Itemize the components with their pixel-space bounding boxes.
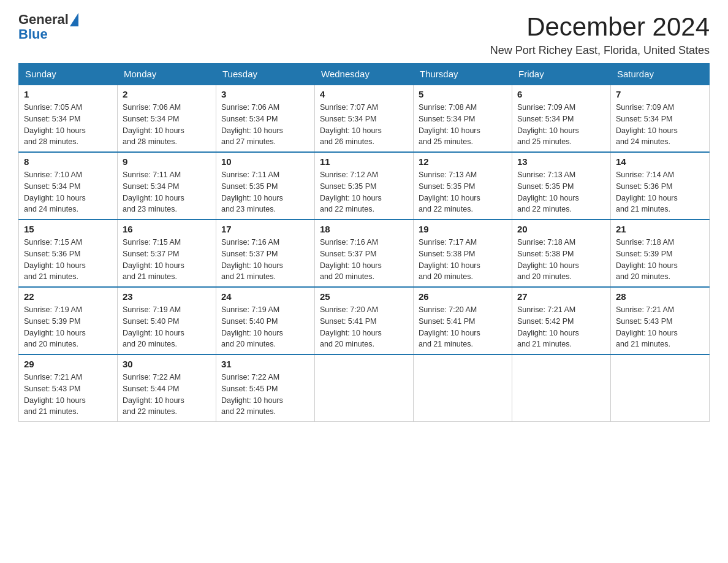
day-info: Sunrise: 7:19 AMSunset: 5:40 PMDaylight:…	[123, 304, 211, 350]
day-number: 13	[517, 156, 605, 167]
empty-cell	[611, 354, 710, 422]
month-year-title: December 2024	[490, 12, 710, 42]
day-info: Sunrise: 7:18 AMSunset: 5:39 PMDaylight:…	[616, 237, 704, 283]
day-number: 25	[320, 291, 408, 302]
day-number: 15	[24, 224, 112, 234]
day-info: Sunrise: 7:10 AMSunset: 5:34 PMDaylight:…	[24, 169, 112, 215]
day-info: Sunrise: 7:16 AMSunset: 5:37 PMDaylight:…	[221, 237, 309, 283]
day-number: 5	[419, 89, 507, 99]
day-cell-29: 29 Sunrise: 7:21 AMSunset: 5:43 PMDaylig…	[19, 354, 118, 422]
day-info: Sunrise: 7:11 AMSunset: 5:35 PMDaylight:…	[221, 169, 309, 215]
day-number: 3	[221, 89, 309, 99]
day-number: 29	[24, 359, 112, 369]
day-info: Sunrise: 7:22 AMSunset: 5:44 PMDaylight:…	[123, 372, 211, 418]
day-info: Sunrise: 7:12 AMSunset: 5:35 PMDaylight:…	[320, 169, 408, 215]
calendar-table: Sunday Monday Tuesday Wednesday Thursday…	[18, 63, 710, 422]
day-number: 26	[419, 291, 507, 302]
day-number: 19	[419, 224, 507, 234]
day-number: 10	[221, 156, 309, 167]
day-cell-7: 7 Sunrise: 7:09 AMSunset: 5:34 PMDayligh…	[611, 85, 710, 152]
day-info: Sunrise: 7:05 AMSunset: 5:34 PMDaylight:…	[24, 102, 112, 148]
day-cell-23: 23 Sunrise: 7:19 AMSunset: 5:40 PMDaylig…	[118, 287, 216, 354]
day-cell-4: 4 Sunrise: 7:07 AMSunset: 5:34 PMDayligh…	[315, 85, 414, 152]
logo-blue: Blue	[18, 26, 48, 42]
day-info: Sunrise: 7:21 AMSunset: 5:43 PMDaylight:…	[24, 372, 112, 418]
location-subtitle: New Port Richey East, Florida, United St…	[490, 44, 710, 57]
day-cell-13: 13 Sunrise: 7:13 AMSunset: 5:35 PMDaylig…	[512, 152, 611, 220]
day-number: 2	[123, 89, 211, 99]
day-number: 11	[320, 156, 408, 167]
day-number: 30	[123, 359, 211, 369]
day-cell-11: 11 Sunrise: 7:12 AMSunset: 5:35 PMDaylig…	[315, 152, 414, 220]
day-cell-16: 16 Sunrise: 7:15 AMSunset: 5:37 PMDaylig…	[118, 220, 216, 287]
day-info: Sunrise: 7:20 AMSunset: 5:41 PMDaylight:…	[320, 304, 408, 350]
day-info: Sunrise: 7:06 AMSunset: 5:34 PMDaylight:…	[123, 102, 211, 148]
week-row-5: 29 Sunrise: 7:21 AMSunset: 5:43 PMDaylig…	[19, 354, 710, 422]
day-number: 8	[24, 156, 112, 167]
day-info: Sunrise: 7:19 AMSunset: 5:39 PMDaylight:…	[24, 304, 112, 350]
day-info: Sunrise: 7:21 AMSunset: 5:43 PMDaylight:…	[616, 304, 704, 350]
day-cell-12: 12 Sunrise: 7:13 AMSunset: 5:35 PMDaylig…	[414, 152, 512, 220]
logo-general: General	[18, 12, 69, 27]
day-number: 14	[616, 156, 704, 167]
day-info: Sunrise: 7:07 AMSunset: 5:34 PMDaylight:…	[320, 102, 408, 148]
day-info: Sunrise: 7:09 AMSunset: 5:34 PMDaylight:…	[616, 102, 704, 148]
day-info: Sunrise: 7:13 AMSunset: 5:35 PMDaylight:…	[517, 169, 605, 215]
day-cell-6: 6 Sunrise: 7:09 AMSunset: 5:34 PMDayligh…	[512, 85, 611, 152]
day-number: 20	[517, 224, 605, 234]
header-friday: Friday	[512, 64, 611, 85]
day-cell-18: 18 Sunrise: 7:16 AMSunset: 5:37 PMDaylig…	[315, 220, 414, 287]
day-number: 7	[616, 89, 704, 99]
day-cell-3: 3 Sunrise: 7:06 AMSunset: 5:34 PMDayligh…	[216, 85, 315, 152]
day-number: 21	[616, 224, 704, 234]
day-cell-22: 22 Sunrise: 7:19 AMSunset: 5:39 PMDaylig…	[19, 287, 118, 354]
header-thursday: Thursday	[414, 64, 512, 85]
day-info: Sunrise: 7:14 AMSunset: 5:36 PMDaylight:…	[616, 169, 704, 215]
day-number: 4	[320, 89, 408, 99]
day-cell-20: 20 Sunrise: 7:18 AMSunset: 5:38 PMDaylig…	[512, 220, 611, 287]
day-info: Sunrise: 7:15 AMSunset: 5:36 PMDaylight:…	[24, 237, 112, 283]
day-number: 17	[221, 224, 309, 234]
title-area: December 2024 New Port Richey East, Flor…	[490, 12, 710, 57]
day-number: 28	[616, 291, 704, 302]
day-number: 1	[24, 89, 112, 99]
day-info: Sunrise: 7:08 AMSunset: 5:34 PMDaylight:…	[419, 102, 507, 148]
calendar-header-row: Sunday Monday Tuesday Wednesday Thursday…	[19, 64, 710, 85]
week-row-2: 8 Sunrise: 7:10 AMSunset: 5:34 PMDayligh…	[19, 152, 710, 220]
day-number: 18	[320, 224, 408, 234]
day-cell-26: 26 Sunrise: 7:20 AMSunset: 5:41 PMDaylig…	[414, 287, 512, 354]
day-info: Sunrise: 7:15 AMSunset: 5:37 PMDaylight:…	[123, 237, 211, 283]
day-number: 23	[123, 291, 211, 302]
week-row-4: 22 Sunrise: 7:19 AMSunset: 5:39 PMDaylig…	[19, 287, 710, 354]
day-number: 27	[517, 291, 605, 302]
day-number: 6	[517, 89, 605, 99]
day-cell-9: 9 Sunrise: 7:11 AMSunset: 5:34 PMDayligh…	[118, 152, 216, 220]
day-number: 9	[123, 156, 211, 167]
day-cell-14: 14 Sunrise: 7:14 AMSunset: 5:36 PMDaylig…	[611, 152, 710, 220]
day-cell-28: 28 Sunrise: 7:21 AMSunset: 5:43 PMDaylig…	[611, 287, 710, 354]
week-row-1: 1 Sunrise: 7:05 AMSunset: 5:34 PMDayligh…	[19, 85, 710, 152]
day-number: 16	[123, 224, 211, 234]
day-info: Sunrise: 7:22 AMSunset: 5:45 PMDaylight:…	[221, 372, 309, 418]
day-info: Sunrise: 7:06 AMSunset: 5:34 PMDaylight:…	[221, 102, 309, 148]
day-info: Sunrise: 7:11 AMSunset: 5:34 PMDaylight:…	[123, 169, 211, 215]
day-info: Sunrise: 7:20 AMSunset: 5:41 PMDaylight:…	[419, 304, 507, 350]
day-cell-25: 25 Sunrise: 7:20 AMSunset: 5:41 PMDaylig…	[315, 287, 414, 354]
day-cell-19: 19 Sunrise: 7:17 AMSunset: 5:38 PMDaylig…	[414, 220, 512, 287]
logo: General Blue	[18, 12, 78, 42]
day-info: Sunrise: 7:18 AMSunset: 5:38 PMDaylight:…	[517, 237, 605, 283]
empty-cell	[315, 354, 414, 422]
day-cell-15: 15 Sunrise: 7:15 AMSunset: 5:36 PMDaylig…	[19, 220, 118, 287]
header-tuesday: Tuesday	[216, 64, 315, 85]
day-cell-1: 1 Sunrise: 7:05 AMSunset: 5:34 PMDayligh…	[19, 85, 118, 152]
day-info: Sunrise: 7:19 AMSunset: 5:40 PMDaylight:…	[221, 304, 309, 350]
day-number: 24	[221, 291, 309, 302]
day-cell-31: 31 Sunrise: 7:22 AMSunset: 5:45 PMDaylig…	[216, 354, 315, 422]
day-cell-5: 5 Sunrise: 7:08 AMSunset: 5:34 PMDayligh…	[414, 85, 512, 152]
day-info: Sunrise: 7:16 AMSunset: 5:37 PMDaylight:…	[320, 237, 408, 283]
day-info: Sunrise: 7:13 AMSunset: 5:35 PMDaylight:…	[419, 169, 507, 215]
day-cell-10: 10 Sunrise: 7:11 AMSunset: 5:35 PMDaylig…	[216, 152, 315, 220]
day-number: 31	[221, 359, 309, 369]
day-cell-2: 2 Sunrise: 7:06 AMSunset: 5:34 PMDayligh…	[118, 85, 216, 152]
week-row-3: 15 Sunrise: 7:15 AMSunset: 5:36 PMDaylig…	[19, 220, 710, 287]
